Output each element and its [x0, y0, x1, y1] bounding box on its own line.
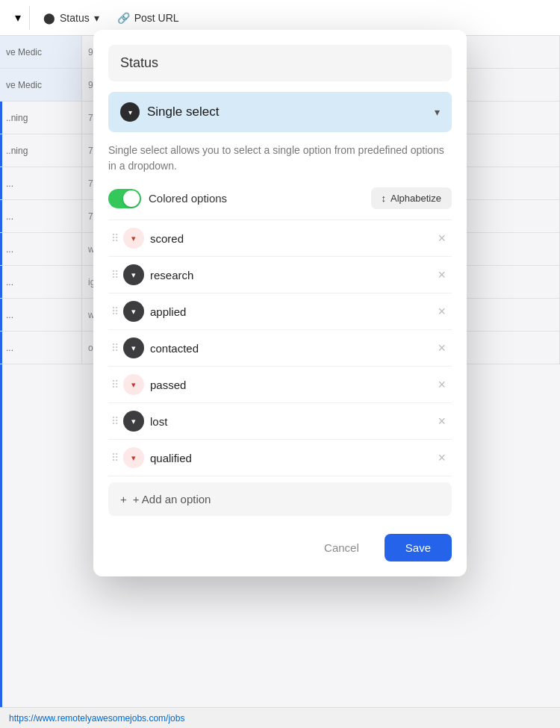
- type-dropdown[interactable]: ▾ Single select ▾: [108, 92, 452, 132]
- drag-handle-icon[interactable]: ⠿: [111, 452, 117, 464]
- modal-footer: Cancel Save: [108, 531, 452, 561]
- option-label: research: [150, 269, 429, 281]
- drag-handle-icon[interactable]: ⠿: [111, 415, 117, 427]
- alphabetize-icon: ↕: [382, 193, 387, 204]
- alphabetize-label: Alphabetize: [391, 193, 441, 204]
- option-remove-btn[interactable]: ×: [435, 268, 449, 281]
- type-description: Single select allows you to select a sin…: [108, 143, 452, 174]
- add-option-button[interactable]: + + Add an option: [108, 482, 452, 516]
- cancel-button[interactable]: Cancel: [308, 534, 376, 561]
- option-row: ⠿ ▾ contacted ×: [108, 330, 452, 367]
- drag-handle-icon[interactable]: ⠿: [111, 342, 117, 354]
- option-row: ⠿ ▾ qualified ×: [108, 440, 452, 476]
- colored-options-label: Colored options: [149, 192, 227, 205]
- option-remove-btn[interactable]: ×: [435, 305, 449, 318]
- option-row: ⠿ ▾ research ×: [108, 257, 452, 293]
- option-remove-btn[interactable]: ×: [435, 451, 449, 464]
- option-color-btn[interactable]: ▾: [123, 301, 144, 322]
- dropdown-chevron-icon: ▾: [435, 106, 440, 118]
- drag-handle-icon[interactable]: ⠿: [111, 379, 117, 391]
- option-color-btn[interactable]: ▾: [123, 228, 144, 249]
- option-row: ⠿ ▾ scored ×: [108, 220, 452, 257]
- field-name-input[interactable]: [108, 45, 452, 81]
- option-label: contacted: [150, 342, 429, 355]
- drag-handle-icon[interactable]: ⠿: [111, 305, 117, 317]
- option-color-btn[interactable]: ▾: [123, 264, 144, 285]
- drag-handle-icon[interactable]: ⠿: [111, 232, 117, 244]
- option-remove-btn[interactable]: ×: [435, 414, 449, 428]
- option-label: lost: [150, 415, 429, 428]
- option-row: ⠿ ▾ applied ×: [108, 293, 452, 330]
- option-label: passed: [150, 379, 429, 391]
- option-label: applied: [150, 305, 429, 318]
- colored-options-toggle[interactable]: [108, 189, 141, 208]
- option-remove-btn[interactable]: ×: [435, 378, 449, 391]
- select-type-label: Single select: [147, 105, 219, 119]
- option-remove-btn[interactable]: ×: [435, 231, 449, 245]
- add-option-label: + Add an option: [133, 493, 211, 505]
- option-color-btn[interactable]: ▾: [123, 374, 144, 395]
- option-color-btn[interactable]: ▾: [123, 411, 144, 432]
- toggle-row: Colored options: [108, 189, 227, 208]
- drag-handle-icon[interactable]: ⠿: [111, 269, 117, 281]
- option-row: ⠿ ▾ lost ×: [108, 403, 452, 440]
- alphabetize-button[interactable]: ↕ Alphabetize: [371, 187, 452, 209]
- select-type-icon: ▾: [120, 102, 140, 122]
- save-button[interactable]: Save: [385, 534, 452, 561]
- option-color-btn[interactable]: ▾: [123, 447, 144, 468]
- options-controls: Colored options ↕ Alphabetize: [108, 187, 452, 209]
- toggle-knob: [123, 190, 140, 207]
- option-color-btn[interactable]: ▾: [123, 337, 144, 358]
- dropdown-left: ▾ Single select: [120, 102, 219, 122]
- option-row: ⠿ ▾ passed ×: [108, 367, 452, 403]
- modal-dialog: ▾ Single select ▾ Single select allows y…: [93, 30, 467, 576]
- option-label: scored: [150, 232, 429, 245]
- options-list: ⠿ ▾ scored × ⠿ ▾ research × ⠿ ▾ applied …: [108, 220, 452, 476]
- option-remove-btn[interactable]: ×: [435, 341, 449, 355]
- add-icon: +: [120, 493, 127, 505]
- option-label: qualified: [150, 452, 429, 464]
- modal-overlay: ▾ Single select ▾ Single select allows y…: [0, 0, 560, 728]
